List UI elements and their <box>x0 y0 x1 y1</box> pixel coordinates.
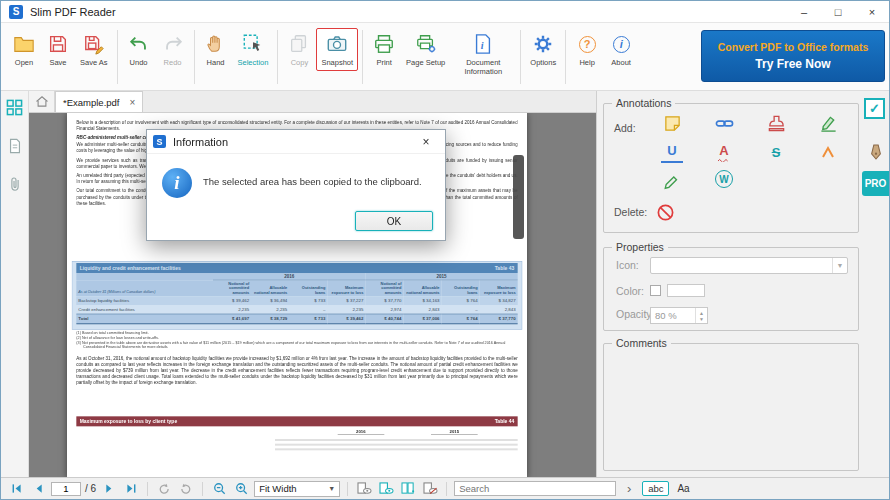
page-number-input[interactable] <box>51 482 81 496</box>
about-button[interactable]: i About <box>604 28 638 71</box>
year-header: 2016 <box>337 429 384 435</box>
table-cell: $ 39,462 <box>213 296 251 305</box>
watermark-icon[interactable]: W <box>715 170 733 188</box>
toolbar-separator <box>520 30 521 84</box>
home-tab[interactable] <box>29 91 55 112</box>
thumbnails-grid-icon[interactable] <box>6 99 23 116</box>
annotation-tools: U A S W <box>646 112 854 192</box>
open-button[interactable]: Open <box>7 28 41 71</box>
table43-header-bar: Liquidity and credit enhancement facilit… <box>76 263 517 273</box>
snapshot-button[interactable]: Snapshot <box>316 28 358 71</box>
vertical-scrollbar-thumb[interactable] <box>513 155 524 239</box>
open-folder-icon <box>12 32 36 56</box>
annotations-panel: Annotations Add: U <box>596 91 889 477</box>
save-as-button[interactable]: Save As <box>75 28 113 71</box>
selection-tool-button[interactable]: Selection <box>233 28 274 71</box>
strikeout-icon[interactable]: S <box>765 141 787 163</box>
toolbar-separator <box>277 30 278 84</box>
tab-close-icon[interactable]: × <box>130 97 136 108</box>
close-button[interactable]: × <box>855 1 889 22</box>
pdf-viewport[interactable]: Below is a description of our involvemen… <box>29 113 596 477</box>
hyperlink-icon[interactable] <box>713 112 735 134</box>
table-cell: $ 37,006 <box>403 314 441 324</box>
save-as-icon <box>82 32 106 56</box>
maximize-button[interactable]: □ <box>821 1 855 22</box>
copy-button[interactable]: Copy <box>282 28 316 71</box>
icon-select[interactable]: ▼ <box>650 257 848 274</box>
bookmarks-page-icon[interactable] <box>7 138 23 154</box>
properties-title: Properties <box>612 241 668 253</box>
document-info-button[interactable]: i Document Information <box>450 28 516 79</box>
table-cell: $ 733 <box>289 314 327 324</box>
page-count-label: / 6 <box>85 483 96 494</box>
stamp-icon[interactable] <box>765 112 787 134</box>
row-label: Total <box>76 314 213 324</box>
zoom-in-icon[interactable] <box>232 480 250 497</box>
page-setup-button[interactable]: Page Setup <box>401 28 450 71</box>
annotations-toggle-icon[interactable]: ✓ <box>864 98 885 119</box>
sticky-note-icon[interactable] <box>661 112 683 134</box>
view-mode-facing-icon[interactable] <box>399 480 417 497</box>
color-checkbox[interactable] <box>650 285 661 296</box>
undo-button[interactable]: Undo <box>122 28 156 71</box>
print-button[interactable]: Print <box>367 28 401 71</box>
zoom-mode-select[interactable]: Fit Width ▼ <box>254 481 340 497</box>
color-swatch[interactable] <box>667 284 705 297</box>
document-tab[interactable]: *Example.pdf × <box>55 91 143 112</box>
document-area: *Example.pdf × Below is a description of… <box>29 91 596 477</box>
copy-icon <box>287 32 311 56</box>
rotate-ccw-button[interactable] <box>155 480 173 497</box>
view-mode-single-icon[interactable] <box>355 480 373 497</box>
hand-icon <box>204 32 228 56</box>
ok-button[interactable]: OK <box>355 211 433 231</box>
redo-button[interactable]: Redo <box>156 28 190 71</box>
redo-icon <box>161 32 185 56</box>
rotate-cw-button[interactable] <box>177 480 195 497</box>
row-label: Credit enhancement facilities <box>76 305 213 314</box>
zoom-out-icon[interactable] <box>210 480 228 497</box>
dialog-close-button[interactable]: × <box>413 135 439 149</box>
table44-year-row: 2016 2015 <box>76 426 517 436</box>
underline-icon[interactable]: U <box>661 141 683 163</box>
minimize-button[interactable]: – <box>787 1 821 22</box>
search-input[interactable] <box>454 481 616 496</box>
year-header: 2015 <box>431 429 478 435</box>
table-cell: – <box>289 305 327 314</box>
match-word-button[interactable]: abc <box>642 481 669 496</box>
prev-page-button[interactable] <box>29 480 47 497</box>
match-case-button[interactable]: Aa <box>673 482 693 495</box>
convert-promo-button[interactable]: Convert PDF to Office formats Try Free N… <box>701 30 885 82</box>
opacity-stepper[interactable]: 80 % ▲▼ <box>650 307 708 324</box>
toolbar-separator <box>117 30 118 84</box>
ink-pencil-icon[interactable] <box>661 170 683 192</box>
pen-properties-icon[interactable] <box>869 143 883 161</box>
next-page-button[interactable] <box>100 480 118 497</box>
squiggly-underline-icon[interactable]: A <box>713 141 735 163</box>
view-mode-continuous-icon[interactable] <box>377 480 395 497</box>
first-page-button[interactable] <box>7 480 25 497</box>
table-cell: $ 764 <box>442 296 480 305</box>
view-mode-presentation-icon[interactable] <box>421 480 439 497</box>
opacity-value: 80 % <box>651 310 677 321</box>
table-cell: $ 733 <box>289 296 327 305</box>
annotations-title: Annotations <box>612 97 675 109</box>
document-tab-label: *Example.pdf <box>63 97 120 108</box>
highlight-icon[interactable] <box>817 112 839 134</box>
window-controls: – □ × <box>787 1 889 22</box>
attachments-clip-icon[interactable] <box>7 176 23 192</box>
last-page-button[interactable] <box>122 480 140 497</box>
table44-tag: Table 44 <box>495 418 515 424</box>
sidebar-strip <box>1 91 29 477</box>
pro-badge[interactable]: PRO <box>862 171 889 196</box>
save-button[interactable]: Save <box>41 28 75 71</box>
search-next-icon[interactable]: › <box>620 480 638 497</box>
delete-annotation-icon[interactable] <box>654 201 676 223</box>
caret-icon[interactable] <box>817 141 839 163</box>
hand-tool-button[interactable]: Hand <box>199 28 233 71</box>
help-button[interactable]: ? Help <box>570 28 604 71</box>
options-button[interactable]: Options <box>525 28 561 71</box>
color-label: Color: <box>616 285 644 297</box>
stepper-arrows-icon[interactable]: ▲▼ <box>695 308 707 323</box>
opacity-label: Opacity: <box>616 308 655 320</box>
app-logo-icon: S <box>9 5 23 19</box>
